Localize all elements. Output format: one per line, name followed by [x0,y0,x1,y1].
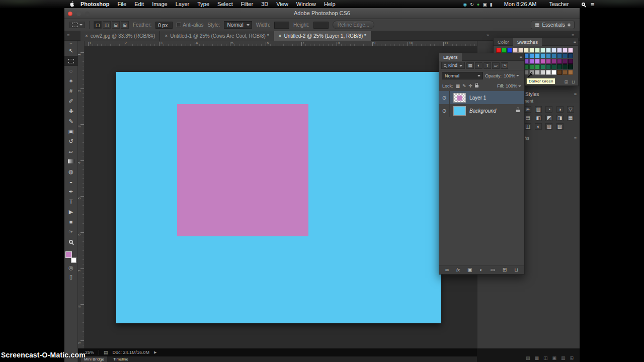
color-swatch[interactable] [557,48,562,53]
menu-image[interactable]: Image [152,1,168,7]
channel-mixer-icon[interactable]: ▦ [567,115,574,121]
photo-filter-icon[interactable]: ◨ [556,115,564,121]
feather-input[interactable]: 0 px [155,22,173,29]
taskbar-icon-4[interactable]: ▣ [552,355,556,360]
screen-mode-button[interactable]: ▯ [64,272,78,281]
menu-3d[interactable]: 3D [261,1,268,7]
link-layers-icon[interactable]: ∞ [445,267,449,273]
color-swatch[interactable] [562,48,568,53]
filter-smart-objects-icon[interactable]: ◳ [501,62,508,69]
color-swatch[interactable] [568,64,573,69]
color-swatch[interactable] [535,70,540,75]
document-tab[interactable]: ×Untitled-2 @ 25% (Layer 1, RGB/8) * [274,31,371,41]
tab-color[interactable]: Color [494,38,513,46]
color-swatch[interactable] [529,64,534,69]
taskbar-icon-2[interactable]: ▦ [534,355,539,360]
color-swatch[interactable] [562,70,568,75]
menu-filter[interactable]: Filter [241,1,253,7]
zoom-level-field[interactable]: 25% [85,350,94,355]
color-swatch[interactable] [540,48,545,53]
rectangle-tool[interactable]: ■ [64,217,78,227]
panel-menu-icon[interactable]: ≡ [574,136,580,141]
layer-row[interactable]: ⊙Background [439,104,524,117]
close-window-button[interactable] [68,12,72,16]
color-lookup-icon[interactable]: ◫ [524,123,531,130]
background-color-swatch[interactable] [71,257,76,263]
eyedropper-tool[interactable]: ✐ [64,96,78,106]
hue-saturation-icon[interactable]: ▤ [524,115,531,121]
menu-help[interactable]: Help [324,1,336,7]
layer-filter-kind-select[interactable]: Kind [441,62,465,69]
color-swatch[interactable] [551,70,556,75]
opacity-input[interactable]: 100% [504,73,519,78]
tab-overflow-icon[interactable]: ≡ [67,33,69,38]
tab-swatches[interactable]: Swatches [513,38,542,46]
color-swatch[interactable] [551,64,556,69]
lock-position-icon[interactable]: ✛ [469,83,473,88]
color-swatch[interactable] [546,48,551,53]
color-swatch[interactable] [513,48,518,53]
taskbar-icon-3[interactable]: ◫ [543,355,548,360]
color-swatch[interactable] [557,59,562,64]
height-input[interactable] [313,22,329,29]
lock-image-pixels-icon[interactable]: ✎ [462,83,466,88]
apple-menu-icon[interactable] [69,1,74,7]
color-swatch[interactable] [535,48,540,53]
dock-menu-icon[interactable]: ≡ [572,33,574,38]
color-swatch[interactable] [529,53,534,58]
visibility-toggle[interactable]: ⊙ [439,91,450,104]
add-selection-icon[interactable]: ◫ [103,21,111,29]
workspace-switcher[interactable]: ▦ Essentials [531,21,575,29]
panel-menu-icon[interactable]: ≡ [520,54,524,59]
color-swatch[interactable] [507,48,512,53]
zoom-window-button[interactable] [85,12,90,16]
refine-edge-button[interactable]: Refine Edge... [333,21,374,29]
levels-icon[interactable]: ▥ [535,106,542,113]
menu-clock[interactable]: Mon 8:26 AM [504,1,537,7]
styles-panel-header[interactable]: Styles ≡ [519,90,580,98]
canvas-document[interactable] [116,72,441,323]
brush-tool[interactable]: ✎ [64,116,78,126]
close-tab-icon[interactable]: × [279,33,282,39]
zoom-tool[interactable] [64,237,78,247]
taskbar-icon-5[interactable]: ▥ [561,355,566,360]
eraser-tool[interactable]: ▱ [64,146,78,156]
vibrance-icon[interactable]: ▽ [567,106,574,113]
menu-file[interactable]: File [117,1,126,7]
filter-shape-layers-icon[interactable]: ▱ [492,62,500,69]
color-swatch[interactable] [562,64,568,69]
width-input[interactable] [274,22,289,29]
display-status-icon[interactable]: ▣ [482,2,487,7]
sync-status-icon[interactable]: ↻ [470,2,474,7]
filter-adjustment-layers-icon[interactable]: ◐ [475,62,482,69]
visibility-toggle[interactable]: ⊙ [439,104,450,117]
collapse-dock-icon[interactable]: » [487,33,489,38]
canvas-pasteboard[interactable] [85,46,477,348]
paths-panel-tab-truncated[interactable]: ths ≡ [519,135,580,141]
crop-tool[interactable]: # [64,86,78,96]
color-swatch[interactable] [551,59,556,64]
new-selection-icon[interactable]: ▢ [94,21,102,29]
color-swatch[interactable] [529,59,534,64]
color-swatch[interactable] [529,48,534,53]
color-swatch[interactable] [546,70,551,75]
app-menu[interactable]: Photoshop [80,1,109,7]
anti-alias-checkbox[interactable]: Anti-alias [177,22,203,28]
filter-type-layers-icon[interactable]: T [484,62,491,69]
posterize-icon[interactable]: ▧ [545,123,552,130]
gradient-tool[interactable] [64,156,78,166]
battery-status-icon[interactable]: ▮ [490,2,493,7]
move-tool[interactable]: ↖ [64,46,78,56]
color-swatch[interactable] [540,59,545,64]
menu-window[interactable]: Window [296,1,316,7]
document-tab[interactable]: ×cow2.jpg @ 33.3% (RGB/8#) [80,31,160,41]
window-title-bar[interactable]: Adobe Photoshop CS6 [64,8,580,19]
color-swatch[interactable] [535,59,540,64]
notification-center-icon[interactable]: ≣ [591,2,595,7]
threshold-icon[interactable]: ▨ [556,123,564,130]
record-status-icon[interactable]: ● [477,2,479,7]
subtract-selection-icon[interactable]: ⊟ [112,21,120,29]
add-layer-mask-icon[interactable]: ▣ [467,267,472,273]
tool-preset-picker[interactable] [69,22,85,28]
taskbar-icon-1[interactable]: ▤ [526,355,530,360]
